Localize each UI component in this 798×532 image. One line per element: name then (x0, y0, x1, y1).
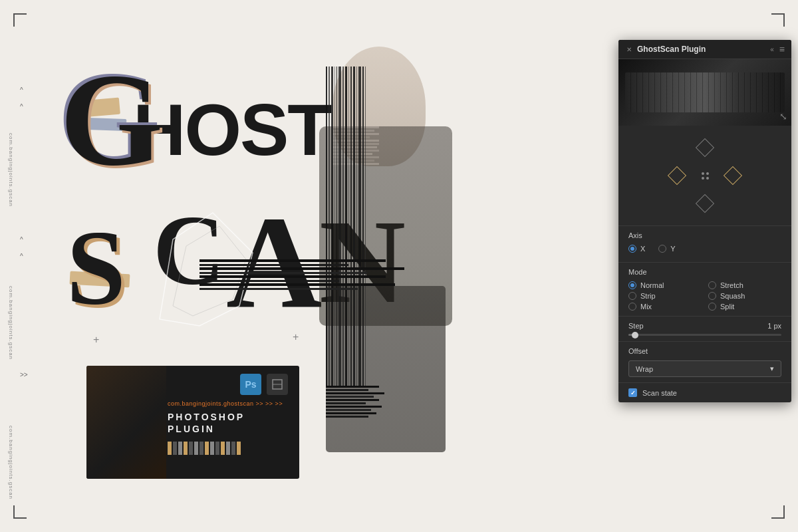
mode-stretch-label: Stretch (720, 281, 743, 289)
panel-close-button[interactable]: ✕ (625, 45, 633, 53)
letter-g: G (60, 53, 164, 186)
mode-section: Mode Normal Stretch Strip Squash Mix (618, 262, 791, 316)
expand-icon[interactable]: ⤡ (779, 111, 787, 122)
panel-collapse-button[interactable]: « (770, 46, 774, 53)
nav-center[interactable] (702, 172, 709, 180)
offset-dropdown-arrow: ▾ (770, 364, 774, 373)
mode-split-label: Split (720, 303, 734, 311)
corner-mark-tr (771, 13, 785, 27)
mode-squash-option[interactable]: Squash (708, 292, 781, 300)
offset-section: Offset Wrap ▾ (618, 341, 791, 382)
scan-state-row: Scan state (618, 382, 791, 402)
deco-plus-1: + (93, 334, 99, 346)
axis-x-option[interactable]: X (628, 245, 645, 253)
axis-section: Axis X Y (618, 225, 791, 262)
corner-mark-br (771, 505, 785, 519)
mode-split-radio[interactable] (708, 303, 716, 311)
axis-y-option[interactable]: Y (658, 245, 675, 253)
mode-mix-radio[interactable] (628, 303, 636, 311)
plugin-icons: Ps (168, 374, 291, 395)
ghostscan-panel: ✕ GhostScan Plugin « ≡ ⤡ (618, 40, 791, 402)
step-slider-thumb[interactable] (632, 332, 638, 338)
panel-titlebar: ✕ GhostScan Plugin « ≡ (618, 40, 791, 59)
deco-plus-2: + (293, 331, 299, 343)
plugin-title: PHOTOSHOP PLUGIN (168, 411, 291, 435)
plugin-url: com.bangingjoints.ghostscan >> >> >> (168, 400, 291, 407)
mode-stretch-radio[interactable] (708, 281, 716, 289)
panel-title-left: ✕ GhostScan Plugin (625, 45, 706, 54)
mode-strip-radio[interactable] (628, 292, 636, 300)
glitch-horizontal (200, 259, 386, 291)
scan-state-checkbox[interactable] (628, 388, 637, 397)
step-value: 1 px (767, 322, 781, 330)
axis-label: Axis (628, 231, 781, 239)
photoshop-icon: Ps (240, 374, 261, 395)
offset-value: Wrap (636, 365, 653, 373)
mode-grid: Normal Stretch Strip Squash Mix Split (628, 281, 781, 311)
mode-mix-option[interactable]: Mix (628, 303, 702, 311)
nav-up-button[interactable] (696, 138, 714, 157)
nav-right-button[interactable] (724, 166, 742, 185)
scan-state-label: Scan state (642, 389, 677, 397)
mode-strip-option[interactable]: Strip (628, 292, 702, 300)
mode-squash-radio[interactable] (708, 292, 716, 300)
axis-x-radio[interactable] (628, 245, 636, 253)
step-row: Step 1 px (628, 322, 781, 330)
panel-menu-button[interactable]: ≡ (779, 44, 785, 55)
panel-title: GhostScan Plugin (637, 45, 706, 54)
canvas-area: G HOST S C A N (0, 0, 525, 532)
nav-diamond-section (618, 126, 791, 225)
axis-y-radio[interactable] (658, 245, 666, 253)
offset-label: Offset (628, 347, 781, 355)
mode-label: Mode (628, 268, 781, 276)
mode-normal-label: Normal (640, 281, 664, 289)
axis-radio-row: X Y (628, 245, 781, 253)
axis-x-label: X (640, 245, 645, 253)
offset-dropdown[interactable]: Wrap ▾ (628, 360, 781, 377)
mode-squash-label: Squash (720, 292, 745, 300)
step-section: Step 1 px (618, 316, 791, 341)
mode-stretch-option[interactable]: Stretch (708, 281, 781, 289)
glitch-vertical (326, 66, 366, 386)
mode-strip-label: Strip (640, 292, 656, 300)
mode-normal-option[interactable]: Normal (628, 281, 702, 289)
panel-preview: ⤡ (618, 59, 791, 126)
glitch-bottom (326, 386, 379, 419)
nav-down-button[interactable] (696, 194, 714, 213)
plugin-bars (168, 442, 291, 455)
preview-image (618, 59, 791, 126)
nav-diamond (665, 136, 745, 215)
step-label: Step (628, 322, 644, 330)
mode-split-option[interactable]: Split (708, 303, 781, 311)
mode-mix-label: Mix (640, 303, 652, 311)
axis-y-label: Y (670, 245, 675, 253)
plugin-card: Ps com.bangingjoints.ghostscan >> >> >> … (86, 366, 299, 479)
step-slider[interactable] (628, 334, 781, 336)
scan-plugin-icon (267, 374, 288, 395)
letter-scan-s: S (66, 206, 126, 329)
mode-normal-radio[interactable] (628, 281, 636, 289)
nav-left-button[interactable] (668, 166, 686, 185)
